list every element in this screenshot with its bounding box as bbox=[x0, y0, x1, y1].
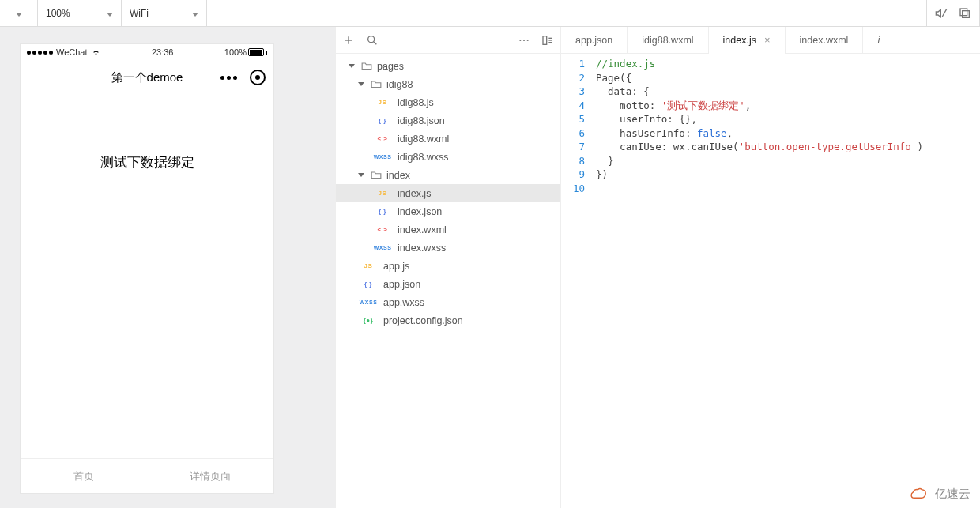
file-explorer: pages idig88 JSidig88.js { }idig88.json … bbox=[335, 27, 561, 508]
wxss-icon: WXSS bbox=[372, 154, 393, 160]
tab-index-wxml[interactable]: index.wxml bbox=[786, 27, 863, 53]
more-icon[interactable] bbox=[220, 76, 237, 80]
svg-line-0 bbox=[942, 9, 946, 16]
json-icon: { } bbox=[372, 208, 393, 215]
config-icon: {●} bbox=[358, 317, 379, 324]
watermark: 亿速云 bbox=[910, 487, 971, 502]
chevron-down-icon bbox=[107, 8, 113, 19]
tab-app-json[interactable]: app.json bbox=[561, 27, 627, 53]
wxml-icon: < > bbox=[372, 226, 393, 233]
file-app-json[interactable]: { }app.json bbox=[336, 275, 560, 293]
svg-point-9 bbox=[527, 39, 529, 40]
file-index-js[interactable]: JSindex.js bbox=[336, 184, 560, 202]
folder-index[interactable]: index bbox=[336, 166, 560, 184]
carrier-label: WeChat bbox=[56, 47, 88, 57]
code-area[interactable]: 1 2 3 4 5 6 7 8 9 10 //index.js Page({ d… bbox=[561, 54, 980, 508]
svg-point-5 bbox=[368, 36, 375, 42]
toggle-panel-icon[interactable] bbox=[541, 34, 554, 47]
network-value: WiFi bbox=[130, 8, 149, 19]
signal-icon bbox=[27, 51, 53, 55]
file-idig88-wxss[interactable]: WXSSidig88.wxss bbox=[336, 148, 560, 166]
line-gutter: 1 2 3 4 5 6 7 8 9 10 bbox=[561, 57, 596, 508]
svg-point-7 bbox=[519, 39, 521, 40]
tab-overflow[interactable]: i bbox=[863, 27, 883, 53]
chevron-down-icon bbox=[16, 8, 22, 19]
js-icon: JS bbox=[372, 99, 393, 106]
file-idig88-wxml[interactable]: < >idig88.wxml bbox=[336, 130, 560, 148]
device-select[interactable] bbox=[0, 0, 38, 26]
folder-icon bbox=[371, 80, 382, 88]
detach-window-icon[interactable] bbox=[959, 7, 971, 20]
editor-tabs: app.json idig88.wxml index.js× index.wxm… bbox=[561, 27, 980, 54]
json-icon: { } bbox=[358, 280, 379, 288]
simulator-toolbar: 100% WiFi bbox=[0, 0, 980, 27]
mute-icon[interactable] bbox=[935, 7, 948, 20]
tab-home[interactable]: 首页 bbox=[21, 459, 147, 493]
page-content: 测试下数据绑定 bbox=[21, 95, 273, 458]
nav-bar: 第一个demoe bbox=[21, 60, 273, 95]
wxss-icon: WXSS bbox=[372, 245, 393, 250]
file-tree: pages idig88 JSidig88.js { }idig88.json … bbox=[336, 54, 560, 508]
status-bar: WeChat 23:36 100% bbox=[21, 44, 273, 60]
file-idig88-js[interactable]: JSidig88.js bbox=[336, 93, 560, 111]
zoom-value: 100% bbox=[46, 8, 70, 19]
motto-text: 测试下数据绑定 bbox=[100, 153, 194, 171]
wifi-icon bbox=[91, 48, 101, 56]
zoom-select[interactable]: 100% bbox=[38, 0, 122, 26]
tab-detail[interactable]: 详情页面 bbox=[147, 459, 273, 493]
tab-bar: 首页 详情页面 bbox=[21, 458, 273, 493]
folder-idig88[interactable]: idig88 bbox=[336, 75, 560, 93]
svg-line-6 bbox=[374, 41, 377, 44]
more-options-icon[interactable] bbox=[518, 34, 530, 47]
file-index-wxss[interactable]: WXSSindex.wxss bbox=[336, 239, 560, 257]
wxml-icon: < > bbox=[372, 135, 393, 142]
js-icon: JS bbox=[372, 190, 393, 197]
tab-idig88-wxml[interactable]: idig88.wxml bbox=[628, 27, 707, 53]
js-icon: JS bbox=[358, 262, 379, 269]
svg-rect-2 bbox=[960, 9, 967, 16]
file-index-wxml[interactable]: < >index.wxml bbox=[336, 220, 560, 239]
folder-pages[interactable]: pages bbox=[336, 57, 560, 75]
folder-icon bbox=[371, 171, 382, 179]
file-index-json[interactable]: { }index.json bbox=[336, 202, 560, 220]
file-idig88-json[interactable]: { }idig88.json bbox=[336, 111, 560, 130]
network-select[interactable]: WiFi bbox=[122, 0, 207, 26]
battery-pct: 100% bbox=[224, 47, 247, 57]
tab-index-js[interactable]: index.js× bbox=[709, 27, 785, 53]
battery-icon: 100% bbox=[224, 47, 267, 57]
simulator-phone: WeChat 23:36 100% 第一个demoe bbox=[21, 44, 273, 493]
clock-label: 23:36 bbox=[152, 47, 174, 57]
svg-point-8 bbox=[523, 39, 525, 40]
chevron-down-icon bbox=[192, 8, 198, 19]
simulator-panel: WeChat 23:36 100% 第一个demoe bbox=[0, 27, 335, 508]
code-editor: app.json idig88.wxml index.js× index.wxm… bbox=[561, 27, 980, 508]
new-file-icon[interactable] bbox=[342, 34, 355, 47]
svg-rect-1 bbox=[963, 10, 970, 17]
folder-icon bbox=[361, 62, 372, 70]
file-app-js[interactable]: JSapp.js bbox=[336, 257, 560, 275]
page-title: 第一个demoe bbox=[111, 70, 183, 85]
file-project-config[interactable]: {●}project.config.json bbox=[336, 311, 560, 329]
svg-rect-10 bbox=[543, 36, 547, 44]
explorer-toolbar bbox=[336, 27, 560, 54]
file-app-wxss[interactable]: WXSSapp.wxss bbox=[336, 293, 560, 311]
close-icon[interactable]: × bbox=[764, 34, 771, 46]
search-icon[interactable] bbox=[366, 34, 379, 47]
wxss-icon: WXSS bbox=[358, 299, 379, 305]
code-content[interactable]: //index.js Page({ data: { motto: '测试下数据绑… bbox=[596, 57, 980, 508]
close-miniprogram-icon[interactable] bbox=[250, 70, 266, 85]
json-icon: { } bbox=[372, 117, 393, 124]
